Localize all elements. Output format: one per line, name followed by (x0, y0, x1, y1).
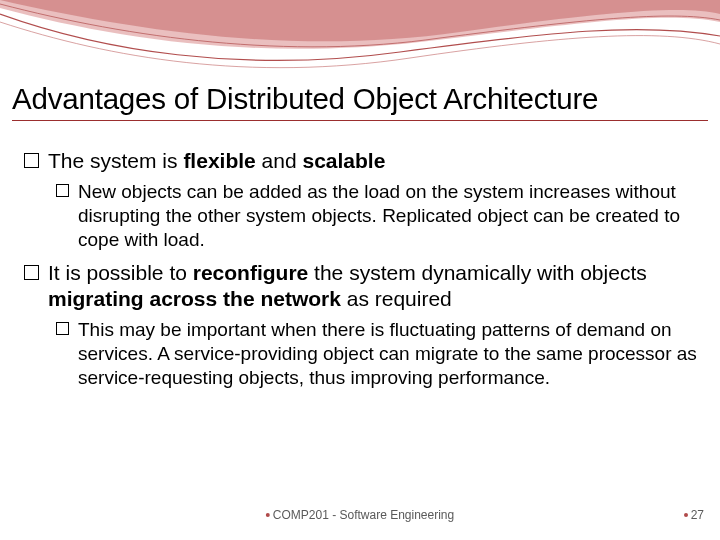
bullet-2-bold-2: migrating across the network (48, 287, 341, 310)
bullet-2-text-pre: It is possible to (48, 261, 193, 284)
bullet-1-bold-1: flexible (183, 149, 255, 172)
footer-course: COMP201 - Software Engineering (266, 508, 454, 522)
bullet-1: The system is flexible and scalable (18, 148, 698, 174)
bullet-2: It is possible to reconfigure the system… (18, 260, 698, 313)
bullet-2-sub: This may be important when there is fluc… (18, 318, 698, 389)
bullet-2-text-mid1: the system dynamically with objects (308, 261, 646, 284)
square-bullet-icon (56, 184, 69, 197)
square-bullet-icon (56, 322, 69, 335)
bullet-2-bold-1: reconfigure (193, 261, 309, 284)
footer-page-text: 27 (691, 508, 704, 522)
bullet-dot-icon (266, 513, 270, 517)
bullet-1-text-pre: The system is (48, 149, 183, 172)
slide-title: Advantages of Distributed Object Archite… (12, 82, 708, 121)
square-bullet-icon (24, 153, 39, 168)
title-container: Advantages of Distributed Object Archite… (12, 82, 708, 121)
footer-course-text: COMP201 - Software Engineering (273, 508, 454, 522)
slide-footer: COMP201 - Software Engineering 27 (0, 508, 720, 528)
bullet-1-text-mid: and (256, 149, 303, 172)
footer-page-number: 27 (684, 508, 704, 522)
content-body: The system is flexible and scalable New … (18, 140, 698, 389)
bullet-2-text-post: as required (341, 287, 452, 310)
bullet-2-sub-text: This may be important when there is fluc… (78, 319, 697, 388)
bullet-dot-icon (684, 513, 688, 517)
square-bullet-icon (24, 265, 39, 280)
header-swoosh (0, 0, 720, 90)
bullet-1-bold-2: scalable (302, 149, 385, 172)
bullet-1-sub: New objects can be added as the load on … (18, 180, 698, 251)
bullet-1-sub-text: New objects can be added as the load on … (78, 181, 680, 250)
